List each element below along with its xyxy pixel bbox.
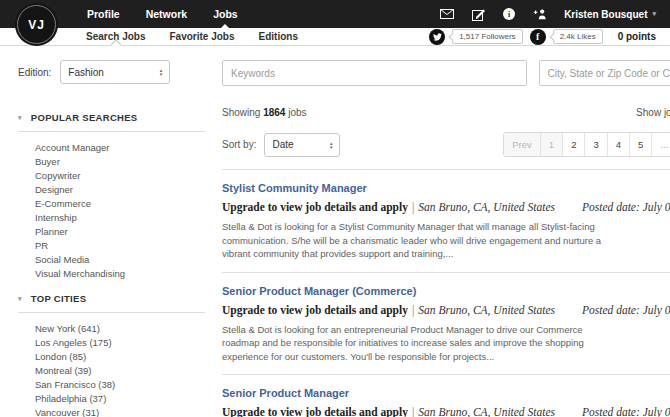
pagination-prev[interactable]: Prev: [504, 133, 540, 156]
keywords-input[interactable]: [222, 60, 527, 86]
sort-select[interactable]: Date ▴▾: [264, 133, 340, 157]
top-cities-title: TOP CITIES: [31, 293, 86, 304]
top-cities-header: ▾ TOP CITIES: [18, 293, 205, 304]
pagination-page-3[interactable]: 3: [584, 133, 606, 156]
popular-search-pr[interactable]: PR: [18, 239, 205, 253]
city-vancouver[interactable]: Vancouver (31): [18, 406, 205, 417]
pagination-page-1[interactable]: 1: [540, 133, 562, 156]
twitter-followers-badge[interactable]: 1,517 Followers: [452, 29, 522, 44]
user-menu[interactable]: Kristen Bousquet ▾: [564, 9, 656, 20]
popular-search-buyer[interactable]: Buyer: [18, 155, 205, 169]
job-meta-line: Upgrade to view job details and apply|Sa…: [222, 201, 670, 213]
popular-search-ecommerce[interactable]: E-Commerce: [18, 197, 205, 211]
sort-pagination-row: Sort by: Date ▴▾ Prev 1 2 3 4 5 ... 93: [222, 132, 670, 157]
select-arrows-icon: ▴▾: [330, 141, 333, 149]
nav-item-network[interactable]: Network: [133, 0, 200, 28]
points-counter: 0 points: [618, 31, 656, 42]
city-philadelphia[interactable]: Philadelphia (37): [18, 392, 205, 406]
divider: [18, 131, 205, 132]
job-posted-date: Posted date: July 01, 2014: [582, 406, 670, 417]
job-location: San Bruno, CA, United States: [418, 304, 555, 316]
facebook-icon[interactable]: f: [530, 29, 546, 45]
upgrade-link[interactable]: Upgrade to view job details and apply: [222, 201, 408, 213]
top-navbar: VJ Profile Network Jobs i Kristen Bousqu…: [0, 0, 670, 28]
pagination-page-5[interactable]: 5: [629, 133, 651, 156]
city-san-francisco[interactable]: San Francisco (38): [18, 378, 205, 392]
job-location: San Bruno, CA, United States: [418, 201, 555, 213]
chevron-down-icon[interactable]: ▾: [18, 114, 22, 122]
tab-search-jobs[interactable]: Search Jobs: [74, 28, 157, 45]
job-search-form: Search: [222, 60, 670, 86]
caret-down-icon: ▾: [652, 10, 656, 18]
twitter-icon[interactable]: [429, 29, 445, 45]
job-meta-line: Upgrade to view job details and apply|Sa…: [222, 304, 670, 316]
location-input[interactable]: [539, 60, 670, 86]
divider: [18, 312, 205, 313]
results-count: Showing 1864 jobs: [222, 107, 307, 118]
nav-item-jobs[interactable]: Jobs: [200, 0, 251, 28]
per-page-label: Show jobs on page:: [636, 107, 670, 118]
pagination: Prev 1 2 3 4 5 ... 93 94 Next: [503, 132, 670, 157]
job-card: Senior Product Manager (Commerce) Upgrad…: [222, 273, 670, 376]
job-description: Stella & Dot is looking for an entrepren…: [222, 323, 618, 364]
popular-search-account-manager[interactable]: Account Manager: [18, 141, 205, 155]
main-column: Search Showing 1864 jobs Show jobs on pa…: [215, 46, 670, 417]
pagination-ellipsis: ...: [651, 133, 670, 156]
job-description: Stella & Dot is looking for a Stylist Co…: [222, 220, 618, 261]
pagination-page-2[interactable]: 2: [562, 133, 584, 156]
job-posted-date: Posted date: July 01, 2014: [582, 304, 670, 316]
upgrade-link[interactable]: Upgrade to view job details and apply: [222, 304, 408, 316]
popular-search-visual-merchandising[interactable]: Visual Merchandising: [18, 267, 205, 281]
select-arrows-icon: ▴▾: [160, 68, 163, 76]
city-new-york[interactable]: New York (641): [18, 322, 205, 336]
user-name: Kristen Bousquet: [564, 9, 647, 20]
content: Edition: Fashion ▴▾ ▾ POPULAR SEARCHES A…: [0, 46, 670, 417]
pagination-page-4[interactable]: 4: [607, 133, 629, 156]
jobs-subnav: Search Jobs Favorite Jobs Editions 1,517…: [0, 28, 670, 46]
job-meta-line: Upgrade to view job details and apply|Sa…: [222, 406, 670, 417]
add-user-icon[interactable]: [533, 7, 547, 21]
job-card: Stylist Community Manager Upgrade to vie…: [222, 170, 670, 273]
nav-item-profile[interactable]: Profile: [74, 0, 133, 28]
edition-value: Fashion: [68, 67, 104, 78]
page: VJ Profile Network Jobs i Kristen Bousqu…: [0, 0, 670, 417]
job-title-link[interactable]: Stylist Community Manager: [222, 182, 367, 194]
facebook-likes-badge[interactable]: 2.4k Likes: [553, 29, 603, 44]
popular-search-social-media[interactable]: Social Media: [18, 253, 205, 267]
job-title-link[interactable]: Senior Product Manager: [222, 387, 349, 399]
job-card: Senior Product Manager Upgrade to view j…: [222, 375, 670, 417]
popular-search-copywriter[interactable]: Copywriter: [18, 169, 205, 183]
info-icon[interactable]: i: [502, 7, 516, 21]
chevron-down-icon[interactable]: ▾: [18, 295, 22, 303]
city-montreal[interactable]: Montreal (39): [18, 364, 205, 378]
popular-search-planner[interactable]: Planner: [18, 225, 205, 239]
popular-searches-header: ▾ POPULAR SEARCHES: [18, 112, 205, 123]
results-count-number: 1864: [263, 107, 285, 118]
info-letter: i: [503, 8, 515, 20]
per-page-control: Show jobs on page: 20 ▴▾: [636, 101, 670, 123]
edition-select[interactable]: Fashion ▴▾: [60, 60, 170, 84]
sort-label: Sort by:: [222, 139, 256, 150]
job-title-link[interactable]: Senior Product Manager (Commerce): [222, 285, 416, 297]
job-posted-date: Posted date: July 01, 2014: [582, 201, 670, 213]
tab-favorite-jobs[interactable]: Favorite Jobs: [157, 28, 246, 45]
mail-icon[interactable]: [440, 7, 454, 21]
results-meta-row: Showing 1864 jobs Show jobs on page: 20 …: [222, 101, 670, 123]
primary-nav: Profile Network Jobs: [74, 0, 251, 28]
city-london[interactable]: London (85): [18, 350, 205, 364]
popular-search-designer[interactable]: Designer: [18, 183, 205, 197]
compose-icon[interactable]: [471, 7, 485, 21]
edition-label: Edition:: [18, 67, 51, 78]
tab-editions[interactable]: Editions: [247, 28, 310, 45]
popular-searches-section: ▾ POPULAR SEARCHES Account Manager Buyer…: [18, 112, 205, 281]
city-los-angeles[interactable]: Los Angeles (175): [18, 336, 205, 350]
topbar-actions: i Kristen Bousquet ▾: [440, 0, 670, 28]
separator: |: [412, 304, 414, 316]
top-cities-section: ▾ TOP CITIES New York (641) Los Angeles …: [18, 293, 205, 417]
popular-search-internship[interactable]: Internship: [18, 211, 205, 225]
vj-logo[interactable]: VJ: [15, 3, 58, 46]
job-results-list: Stylist Community Manager Upgrade to vie…: [222, 169, 670, 417]
popular-searches-title: POPULAR SEARCHES: [31, 112, 138, 123]
social-stats: 1,517 Followers f 2.4k Likes 0 points: [429, 29, 670, 45]
upgrade-link[interactable]: Upgrade to view job details and apply: [222, 406, 408, 417]
